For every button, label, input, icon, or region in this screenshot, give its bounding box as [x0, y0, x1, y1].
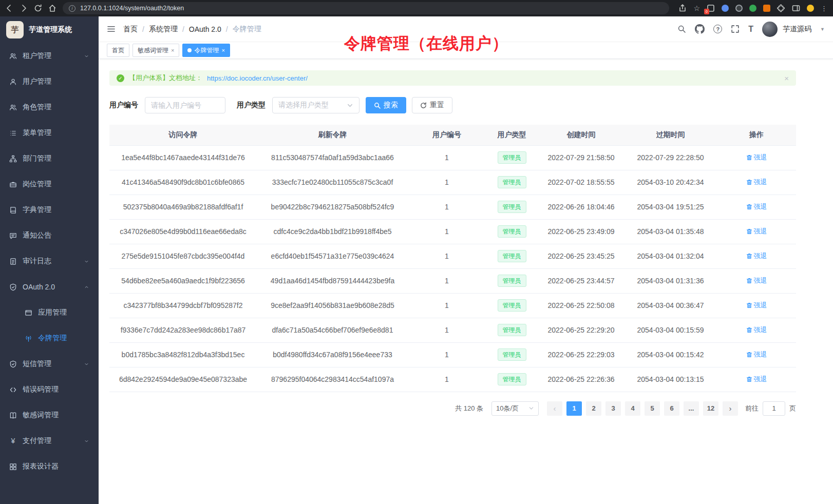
chevron-down-icon[interactable]: ▼	[820, 27, 825, 32]
force-logout-button[interactable]: 强退	[746, 251, 767, 261]
user-type-cell: 管理员	[485, 342, 538, 367]
sidebar-item-dept[interactable]: 部门管理	[0, 146, 99, 171]
app-logo[interactable]: 芋 芋道管理系统	[0, 16, 99, 43]
expire-time-cell: 2054-03-04 01:35:48	[624, 219, 717, 244]
sidebar-item-role[interactable]: 角色管理	[0, 94, 99, 120]
app-title: 芋道管理系统	[29, 25, 72, 34]
page-button[interactable]: 6	[664, 401, 679, 416]
page-button[interactable]: 5	[645, 401, 660, 416]
chevron-up-icon	[84, 284, 89, 290]
tab-token-management[interactable]: 令牌管理×	[182, 44, 230, 57]
create-time-cell: 2022-06-25 23:45:25	[538, 244, 624, 268]
page-button[interactable]: 12	[703, 401, 718, 416]
force-logout-label: 强退	[754, 375, 767, 384]
browser-profile-avatar[interactable]	[807, 5, 814, 12]
user-type-select[interactable]: 请选择用户类型	[272, 97, 359, 113]
close-icon[interactable]: ×	[171, 47, 174, 53]
sidebar-item-notice[interactable]: 通知公告	[0, 223, 99, 248]
sidebar-item-oauth2[interactable]: OAuth 2.0	[0, 274, 99, 300]
font-size-icon[interactable]: T	[748, 25, 753, 34]
tab-sensitive-words[interactable]: 敏感词管理×	[132, 44, 179, 57]
bookmark-star-icon[interactable]: ☆	[693, 4, 700, 12]
action-cell: 强退	[717, 367, 796, 392]
fullscreen-icon[interactable]	[731, 25, 740, 33]
sidebar-item-menu[interactable]: 菜单管理	[0, 120, 99, 146]
extension-blue-icon[interactable]	[722, 5, 729, 12]
sidebar-item-user[interactable]: 用户管理	[0, 69, 99, 94]
force-logout-button[interactable]: 强退	[746, 178, 767, 187]
sidebar-item-label: 报表设计器	[23, 462, 59, 471]
close-icon[interactable]: ×	[221, 47, 224, 53]
back-icon[interactable]	[5, 4, 13, 12]
page-button[interactable]: ...	[684, 401, 699, 416]
extension-green-icon[interactable]	[749, 5, 756, 12]
page-size-select[interactable]: 10条/页	[491, 401, 539, 416]
breadcrumb-home[interactable]: 首页	[123, 25, 138, 34]
sidebar-item-oauth-app[interactable]: 应用管理	[0, 300, 99, 325]
force-logout-button[interactable]: 强退	[746, 350, 767, 359]
sidebar-item-sms[interactable]: 短信管理	[0, 351, 99, 377]
extension-orange-icon[interactable]	[763, 5, 770, 12]
sidebar-item-token-management[interactable]: 令牌管理	[0, 325, 99, 351]
search-button[interactable]: 搜索	[366, 97, 406, 113]
table-row: 502375b8040a469a9b82188afdf6af1f be90422…	[109, 195, 796, 219]
force-logout-label: 强退	[754, 301, 767, 310]
sidebar-item-report-designer[interactable]: 报表设计器	[0, 454, 99, 479]
force-logout-button[interactable]: 强退	[746, 276, 767, 285]
table-body: 1ea5e44f8bc1467aaede43144f31de76 811c530…	[109, 145, 796, 392]
breadcrumb-system[interactable]: 系统管理	[149, 25, 178, 34]
sidebar-item-payment[interactable]: ¥ 支付管理	[0, 428, 99, 454]
side-panel-icon[interactable]	[792, 4, 800, 12]
force-logout-button[interactable]: 强退	[746, 325, 767, 335]
user-id-input[interactable]	[145, 97, 225, 113]
next-page-button[interactable]: ›	[723, 401, 738, 416]
page-button[interactable]: 4	[625, 401, 640, 416]
reset-button[interactable]: 重置	[412, 97, 452, 113]
user-id-cell: 1	[408, 195, 485, 219]
goto-page-input[interactable]	[763, 401, 785, 416]
share-icon[interactable]	[678, 4, 687, 12]
sidebar-item-tenant[interactable]: 租户管理	[0, 43, 99, 69]
force-logout-button[interactable]: 强退	[746, 153, 767, 162]
page-button[interactable]: 2	[586, 401, 601, 416]
home-icon[interactable]	[48, 4, 56, 12]
force-logout-button[interactable]: 强退	[746, 301, 767, 310]
sidebar-item-audit-log[interactable]: 审计日志	[0, 248, 99, 274]
sidebar-item-sensitive-words[interactable]: 敏感词管理	[0, 402, 99, 428]
reload-icon[interactable]	[34, 4, 42, 12]
message-icon	[9, 232, 17, 240]
extensions-puzzle-icon[interactable]	[777, 4, 785, 12]
logo-image: 芋	[6, 21, 24, 38]
sidebar-item-dict[interactable]: 字典管理	[0, 197, 99, 223]
forward-icon[interactable]	[20, 4, 28, 12]
page-button[interactable]: 1	[566, 401, 582, 416]
notification-badge: 0	[704, 9, 709, 14]
breadcrumb-oauth2[interactable]: OAuth 2.0	[189, 25, 221, 33]
help-icon[interactable]: ?	[713, 25, 722, 33]
prev-page-button[interactable]: ‹	[547, 401, 562, 416]
access-token-cell: 54d6be82ee5a460a9aedc1f9bf223656	[109, 268, 257, 293]
access-token-cell: b0d1785bc3a8482f812db4a3f3bd15ec	[109, 342, 257, 367]
doc-link[interactable]: https://doc.iocoder.cn/user-center/	[207, 74, 308, 82]
close-icon[interactable]: ×	[784, 74, 789, 83]
tab-home[interactable]: 首页	[107, 44, 129, 57]
page-button[interactable]: 3	[605, 401, 621, 416]
user-avatar[interactable]	[762, 22, 778, 37]
force-logout-button[interactable]: 强退	[746, 227, 767, 236]
force-logout-button[interactable]: 强退	[746, 202, 767, 211]
tab-label: 敏感词管理	[138, 46, 168, 55]
address-bar[interactable]: i 127.0.0.1:1024/system/oauth2/token	[63, 2, 669, 14]
user-name[interactable]: 芋道源码	[783, 25, 811, 34]
create-time-cell: 2022-06-25 23:49:09	[538, 219, 624, 244]
github-icon[interactable]	[695, 24, 705, 34]
search-icon[interactable]	[677, 25, 686, 33]
sidebar-item-error-code[interactable]: 错误码管理	[0, 377, 99, 402]
extension-dark-icon[interactable]	[735, 5, 743, 12]
browser-menu-icon[interactable]: ⋮	[821, 5, 828, 12]
hamburger-icon[interactable]	[107, 25, 116, 33]
user-id-cell: 1	[408, 367, 485, 392]
sidebar-item-post[interactable]: 岗位管理	[0, 171, 99, 197]
extension-badged-icon[interactable]: 0	[707, 4, 715, 12]
site-info-icon[interactable]: i	[69, 5, 75, 12]
force-logout-button[interactable]: 强退	[746, 375, 767, 384]
